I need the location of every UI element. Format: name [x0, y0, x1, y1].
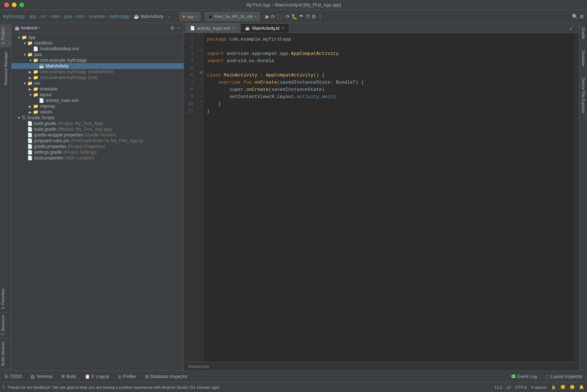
breadcrumb-app[interactable]: app	[29, 14, 36, 19]
code-line-8: super.onCreate(savedInstanceState)	[207, 86, 574, 93]
attach-debugger-icon[interactable]: 🐛	[291, 14, 297, 19]
maximize-button[interactable]	[19, 3, 24, 7]
indent[interactable]: 4 spaces	[531, 385, 547, 389]
cursor-position[interactable]: 11:2	[495, 385, 502, 389]
run-button[interactable]: ▶	[265, 14, 269, 19]
terminal-label: Terminal	[36, 374, 52, 379]
tree-item-label: com.example.myfirstapp	[40, 75, 87, 80]
close-button[interactable]	[4, 3, 9, 7]
left-tab-favorites[interactable]: 2: Favorites	[0, 286, 11, 312]
tree-item-values[interactable]: ▶ 📁 values	[11, 109, 184, 115]
tree-item-label: drawable	[40, 87, 57, 92]
tree-item-label: Gradle Scripts	[27, 115, 55, 120]
tree-item-java[interactable]: ▼ 📁 java	[11, 52, 184, 57]
tab-close-icon[interactable]: ✕	[282, 26, 285, 30]
stop-button[interactable]: ⬛	[277, 14, 283, 19]
tree-item-layout[interactable]: ▼ 📁 layout	[11, 92, 184, 98]
bottom-tab-logcat[interactable]: 📋 6: Logcat	[83, 373, 111, 380]
breadcrumb-java[interactable]: java	[64, 14, 72, 19]
bottom-tab-todo[interactable]: ☰ TODO	[3, 373, 23, 380]
minimize-button[interactable]	[12, 3, 17, 7]
tree-item-build-gradle-project[interactable]: 📄 build.gradle (Project: My_First_App)	[11, 121, 184, 126]
rerun-button[interactable]: ⟳	[271, 14, 275, 19]
tree-item-drawable[interactable]: ▶ 📁 drawable	[11, 86, 184, 92]
tab-close-icon[interactable]: ✕	[232, 26, 235, 30]
fold-indicator	[198, 90, 204, 98]
tree-arrow-icon: ▼	[29, 93, 33, 97]
device-button[interactable]: 📱 Pixel_3a_API_30_x86 ▾	[205, 12, 260, 21]
tree-item-mipmap[interactable]: ▶ 📁 mipmap	[11, 103, 184, 109]
tree-item-android-test[interactable]: ▶ 📁 com.example.myfirstapp (androidTest)	[11, 69, 184, 75]
breadcrumb-myfirstapp[interactable]: myfirstapp	[110, 14, 129, 19]
folder-icon: 📁	[33, 58, 38, 63]
tree-item-gradle-scripts[interactable]: ▼ 🏗 Gradle Scripts	[11, 115, 184, 121]
left-tab-structure[interactable]: 7: Structure	[0, 312, 11, 339]
terminal-icon: ▤	[31, 374, 34, 379]
tree-item-test[interactable]: ▶ 📁 com.example.myfirstapp (test)	[11, 75, 184, 80]
tree-arrow-icon: ▶	[29, 87, 33, 91]
breadcrumb-src[interactable]: src	[41, 14, 46, 19]
tree-item-activity-main[interactable]: 📄 activity_main.xml	[11, 98, 184, 103]
right-tab-emulator[interactable]: Emulator	[581, 48, 586, 69]
tree-item-label: app	[28, 35, 36, 40]
breadcrumb-com[interactable]: com	[77, 14, 85, 19]
tree-item-proguard[interactable]: 📄 proguard-rules.pro (ProGuard Rules for…	[11, 138, 184, 144]
tree-arrow-icon: ▶	[29, 104, 33, 108]
tree-item-manifests[interactable]: ▼ 📁 manifests	[11, 40, 184, 46]
left-tab-resource-manager[interactable]: Resource Manager	[4, 50, 8, 87]
tree-item-local-properties[interactable]: 📄 local.properties (SDK Location)	[11, 155, 184, 161]
fold-indicator-class-open: ⊟	[198, 69, 204, 76]
bottom-tab-terminal[interactable]: ▤ Terminal	[29, 373, 54, 380]
code-editor[interactable]: package com.example.myfirstapp import an…	[204, 33, 574, 362]
fold-indicator-class[interactable]: −	[198, 47, 204, 55]
tab-main-activity[interactable]: ☕ MainActivity.kt ✕	[240, 23, 289, 33]
line-separator[interactable]: LF	[507, 385, 511, 389]
tree-item-gradle-properties[interactable]: 📄 gradle.properties (Project Properties)	[11, 144, 184, 149]
vertical-scrollbar[interactable]	[574, 33, 579, 362]
tree-item-settings-gradle[interactable]: 📄 settings.gradle (Project Settings)	[11, 149, 184, 155]
breadcrumb-file[interactable]: MainActivity	[140, 14, 163, 19]
folder-icon: 📁	[33, 104, 38, 109]
tree-item-build-gradle-module[interactable]: 📄 build.gradle (Module: My_First_App.app…	[11, 126, 184, 132]
left-tab-build-variants[interactable]: Build Variants	[0, 339, 11, 369]
project-settings-icon[interactable]: ⚙	[170, 25, 174, 31]
bottom-tab-event-log[interactable]: 1 Event Log	[510, 373, 539, 380]
profile-icon[interactable]: ⏱	[305, 14, 310, 19]
settings-icon[interactable]: ⚙	[311, 14, 316, 19]
encoding[interactable]: UTF-8	[516, 385, 527, 389]
left-tab-project[interactable]: 1: Project	[0, 24, 11, 47]
bottom-tab-profiler[interactable]: ◎ Profiler	[116, 373, 138, 380]
tree-item-app[interactable]: ▼ 📁 app	[11, 34, 184, 40]
sync-button[interactable]: ⟳	[286, 14, 290, 19]
coverage-icon[interactable]: ☂	[299, 14, 304, 19]
tree-item-detail: (Project: My_First_App)	[58, 121, 103, 126]
tab-bar: 📄 activity_main.xml ✕ ☕ MainActivity.kt …	[184, 23, 579, 33]
code-line-6: class MainActivity : AppCompatActivity()…	[207, 72, 574, 79]
project-tree: ▼ 📁 app ▼ 📁 manifests 📄 AndroidManifest.…	[11, 33, 184, 370]
gear-icon[interactable]: ⚙	[579, 14, 584, 19]
right-tab-device-file-explorer[interactable]: Device File Explorer	[581, 75, 586, 116]
breadcrumb-example[interactable]: example	[89, 14, 105, 19]
tree-item-detail: (SDK Location)	[65, 155, 94, 160]
properties-file-icon: 📄	[27, 144, 33, 149]
project-collapse-icon[interactable]: —	[176, 25, 181, 31]
bottom-tab-layout-inspector[interactable]: ⬚ Layout Inspector	[544, 373, 584, 380]
tree-item-com-example[interactable]: ▼ 📁 com.example.myfirstapp	[11, 57, 184, 63]
right-tab-gradle[interactable]: Gradle	[581, 24, 586, 42]
tree-item-label: gradle-wrapper.properties	[34, 132, 83, 137]
fold-indicator-oncreate[interactable]: −	[198, 76, 204, 83]
tree-item-androidmanifest[interactable]: 📄 AndroidManifest.xml	[11, 46, 184, 52]
run-config-button[interactable]: ▶ app ▾	[180, 12, 200, 21]
tree-item-res[interactable]: ▼ 📁 res	[11, 80, 184, 86]
project-dropdown[interactable]: 🤖 Android ▾	[14, 25, 40, 31]
tree-item-mainactivity[interactable]: ☕ MainActivity	[11, 63, 184, 69]
tree-item-gradle-wrapper[interactable]: 📄 gradle-wrapper.properties (Gradle Vers…	[11, 132, 184, 138]
breadcrumb-main[interactable]: main	[51, 14, 60, 19]
editor-area: 📄 activity_main.xml ✕ ☕ MainActivity.kt …	[184, 23, 579, 370]
bottom-tab-build[interactable]: ⚒ Build	[60, 373, 78, 380]
bottom-tab-database-inspector[interactable]: ⊞ Database Inspector	[144, 373, 189, 380]
tab-activity-main[interactable]: 📄 activity_main.xml ✕	[185, 23, 240, 33]
breadcrumb-project[interactable]: MyFirstApp	[3, 14, 25, 19]
more-icon[interactable]: ⋮	[318, 14, 323, 19]
search-icon[interactable]: 🔍	[572, 14, 578, 19]
